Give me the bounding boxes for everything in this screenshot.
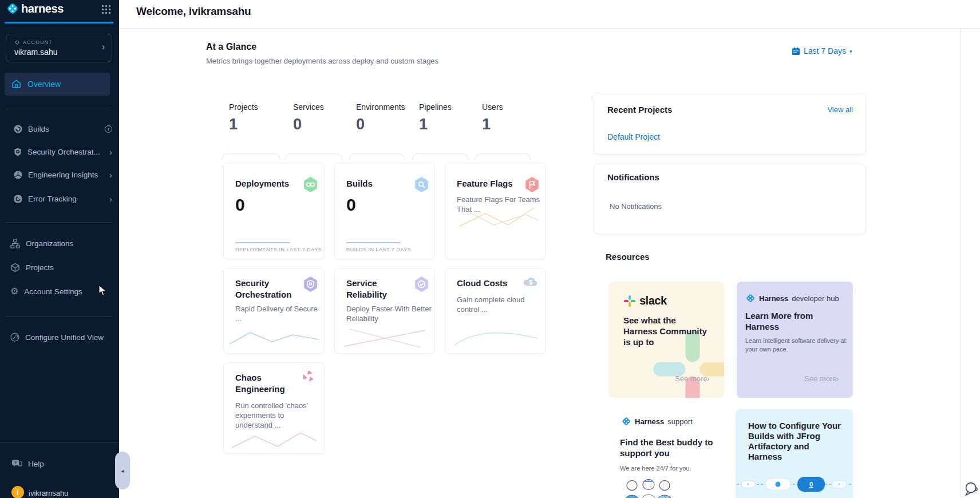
card-desc: Run controlled 'chaos' experiments to un… xyxy=(235,401,317,430)
slack-brand-text: slack xyxy=(639,294,667,307)
deployments-card[interactable]: Deployments 0 DEPLOYMENTS IN LAST 7 DAYS xyxy=(223,163,325,259)
gear-icon: ⚙ xyxy=(10,287,18,296)
resource-card-developer-hub[interactable]: Harness developer hub Learn More from Ha… xyxy=(737,282,853,398)
page-header: Welcome, ivikramsahu xyxy=(119,0,980,29)
sidebar-item-builds[interactable]: Builds i xyxy=(14,120,112,137)
stat-card-stub xyxy=(349,153,405,161)
service-reliability-card[interactable]: Service Reliability Deploy Faster With B… xyxy=(334,268,435,354)
card-title: Cloud Costs xyxy=(457,278,525,289)
stat-card-stub xyxy=(475,153,531,161)
stat-value: 0 xyxy=(293,116,324,133)
harness-logo-icon xyxy=(621,416,631,426)
module-grid-icon[interactable] xyxy=(101,4,112,17)
caret-down-icon: ▾ xyxy=(849,49,852,54)
stat-label: Environments xyxy=(356,102,405,112)
resource-card-support[interactable]: Harness support Find the Best buddy to s… xyxy=(608,409,724,498)
sidebar-item-label: Projects xyxy=(26,263,54,272)
date-range-picker[interactable]: Last 7 Days ▾ xyxy=(792,46,852,56)
sidebar-item-label: Security Orchestrat... xyxy=(27,148,100,156)
organizations-icon xyxy=(10,239,20,248)
divider xyxy=(6,222,112,223)
divider xyxy=(6,109,112,109)
info-icon[interactable]: i xyxy=(105,125,112,133)
view-all-link[interactable]: View all xyxy=(827,105,853,114)
deployments-icon xyxy=(303,177,318,192)
see-more-link[interactable]: See more› xyxy=(675,374,710,383)
sidebar-item-help[interactable]: ? Help xyxy=(11,455,109,472)
stat-projects[interactable]: Projects 1 xyxy=(229,102,258,133)
card-title: Chaos Engineering xyxy=(235,372,301,395)
support-bubble-icon[interactable] xyxy=(963,481,979,498)
sidebar-item-projects[interactable]: Projects xyxy=(10,259,111,276)
card-title: Deployments xyxy=(235,178,289,189)
sidebar-item-label: Error Tracking xyxy=(28,195,77,203)
user-name: ivikramsahu xyxy=(29,489,68,497)
card-caption: BUILDS IN LAST 7 DAYS xyxy=(346,247,411,252)
wrench-icon xyxy=(10,333,19,342)
chevron-right-icon: › xyxy=(109,147,112,157)
chaos-engineering-card[interactable]: Chaos Engineering Run controlled 'chaos'… xyxy=(223,362,325,454)
see-more-link[interactable]: See more› xyxy=(804,374,839,383)
resource-heading: See what the Harness Community is up to xyxy=(623,315,712,347)
sidebar-collapse-handle[interactable]: ◂ xyxy=(115,452,130,489)
decorative-lines xyxy=(228,325,321,350)
sidebar-item-overview[interactable]: Overview xyxy=(5,73,110,96)
feature-flags-card[interactable]: Feature Flags Feature Flags For Teams Th… xyxy=(445,163,546,259)
stat-label: Users xyxy=(482,102,503,112)
stat-pipelines[interactable]: Pipelines 1 xyxy=(419,102,452,133)
sidebar-item-account-settings[interactable]: ⚙ Account Settings xyxy=(10,283,111,300)
project-link-default-project[interactable]: Default Project xyxy=(607,132,660,141)
svg-text:0: 0 xyxy=(809,481,813,488)
user-avatar[interactable]: i xyxy=(11,486,24,498)
resource-desc: Learn intelligent software delivery at y… xyxy=(745,337,851,354)
stat-services[interactable]: Services 0 xyxy=(293,102,324,133)
svg-text:$: $ xyxy=(529,279,532,286)
card-desc: Rapid Delivery of Secure ... xyxy=(235,304,325,323)
stat-value: 1 xyxy=(229,116,258,133)
builds-card[interactable]: Builds 0 BUILDS IN LAST 7 DAYS xyxy=(334,163,435,259)
cube-icon xyxy=(10,263,20,272)
stat-card-stub xyxy=(412,153,468,161)
harness-logo-icon xyxy=(745,293,756,303)
help-chat-icon: ? xyxy=(11,459,22,469)
sidebar-item-label: Organizations xyxy=(26,239,73,248)
flag-icon xyxy=(524,177,540,192)
stat-environments[interactable]: Environments 0 xyxy=(356,102,405,133)
decorative-lines xyxy=(451,321,542,350)
card-title: Builds xyxy=(346,178,373,189)
security-orchestration-card[interactable]: Security Orchestration Rapid Delivery of… xyxy=(223,268,325,354)
cloud-costs-card[interactable]: Cloud Costs $ Gain complete cloud contro… xyxy=(445,268,546,354)
brand-wordmark: harness xyxy=(21,2,64,15)
stat-value: 0 xyxy=(356,116,405,133)
stat-users[interactable]: Users 1 xyxy=(482,102,503,133)
sidebar-item-organizations[interactable]: Organizations xyxy=(10,235,111,252)
security-shield-icon xyxy=(303,276,318,292)
home-icon xyxy=(11,79,21,89)
card-caption: DEPLOYMENTS IN LAST 7 DAYS xyxy=(235,247,322,252)
brand-rest: developer hub xyxy=(792,294,839,303)
stat-label: Pipelines xyxy=(419,102,452,112)
resources-title: Resources xyxy=(606,252,650,262)
cloud-dollar-icon: $ xyxy=(522,275,539,290)
stat-value: 1 xyxy=(482,116,503,133)
resource-card-jfrog[interactable]: How to Configure Your Builds with JFrog … xyxy=(736,409,853,498)
sidebar-item-security-orchestration[interactable]: Security Orchestrat... › xyxy=(14,143,112,160)
stat-value: 1 xyxy=(419,116,452,133)
stat-label: Services xyxy=(293,102,324,112)
recent-projects-title: Recent Projects xyxy=(607,105,672,114)
account-selector[interactable]: ACCOUNT vikram.sahu › xyxy=(6,34,112,62)
sidebar-item-configure-unified-view[interactable]: Configure Unified View xyxy=(10,329,111,346)
sidebar-item-error-tracking[interactable]: Error Tracking › xyxy=(14,190,112,207)
calendar-icon xyxy=(792,47,800,56)
decorative-lines xyxy=(339,326,431,350)
chevron-right-icon: › xyxy=(109,170,112,180)
reliability-check-icon xyxy=(414,276,429,292)
card-value: 0 xyxy=(346,195,356,215)
sidebar-item-engineering-insights[interactable]: Engineering Insights › xyxy=(14,166,112,183)
logo-underline xyxy=(5,22,113,23)
decorative-lines xyxy=(231,430,319,452)
builds-icon xyxy=(14,125,22,133)
card-desc: Feature Flags For Teams That ... xyxy=(457,195,544,214)
at-a-glance-title: At a Glance xyxy=(206,42,256,52)
resource-card-slack[interactable]: slack See what the Harness Community is … xyxy=(608,282,724,398)
